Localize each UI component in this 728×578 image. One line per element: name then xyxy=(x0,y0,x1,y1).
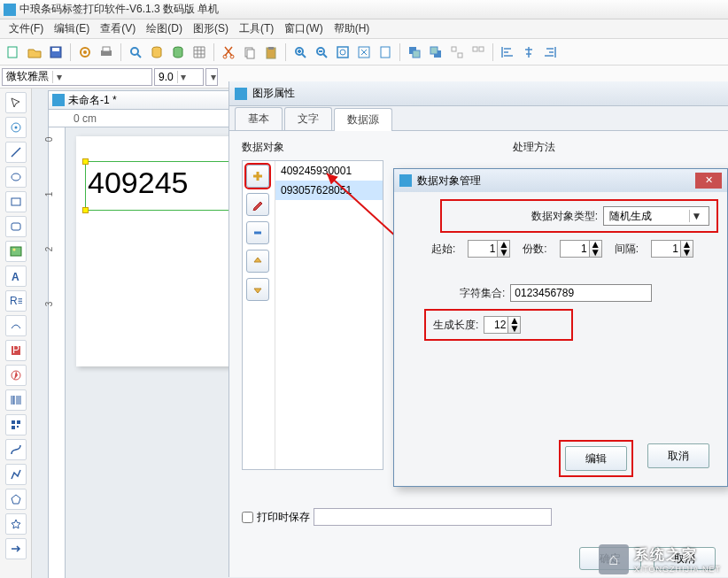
svg-rect-2 xyxy=(52,48,59,51)
ruler-unit: 0 cm xyxy=(74,112,97,125)
save-button[interactable] xyxy=(46,42,66,62)
open-button[interactable] xyxy=(25,42,44,62)
send-back-button[interactable] xyxy=(426,42,445,62)
group-button[interactable] xyxy=(447,42,467,62)
align-left-button[interactable] xyxy=(498,42,517,62)
zoom-actual-button[interactable] xyxy=(354,42,374,62)
copy-button[interactable] xyxy=(240,42,259,62)
svg-rect-29 xyxy=(479,47,484,51)
settings-button[interactable] xyxy=(75,42,95,62)
remove-data-button[interactable] xyxy=(246,221,269,244)
menu-window[interactable]: 窗口(W) xyxy=(279,19,328,38)
ellipse-tool[interactable] xyxy=(5,166,27,188)
star-tool[interactable] xyxy=(5,513,27,535)
charset-input[interactable] xyxy=(510,284,652,302)
count-input[interactable] xyxy=(560,240,590,258)
rect-tool[interactable] xyxy=(5,191,27,212)
interval-spinner[interactable]: ▲▼ xyxy=(651,240,693,258)
resize-handle[interactable] xyxy=(82,158,89,165)
start-spinner[interactable]: ▲▼ xyxy=(468,240,510,258)
ungroup-button[interactable] xyxy=(469,42,488,62)
properties-titlebar[interactable]: 图形属性 xyxy=(229,81,728,106)
menu-draw[interactable]: 绘图(D) xyxy=(141,19,188,38)
line-tool[interactable] xyxy=(5,142,27,163)
close-icon[interactable]: ✕ xyxy=(695,173,722,189)
zoom-fit-button[interactable] xyxy=(333,42,352,62)
panel-icon xyxy=(235,88,247,100)
dialog-edit-button[interactable]: 编辑 xyxy=(565,446,627,471)
length-spinner[interactable]: ▲▼ xyxy=(484,316,521,334)
image-tool[interactable] xyxy=(5,241,27,262)
menu-edit[interactable]: 编辑(E) xyxy=(49,19,95,38)
arrow-tool[interactable] xyxy=(5,538,27,559)
font-extra-dropdown[interactable]: ▾ xyxy=(205,68,218,86)
interval-input[interactable] xyxy=(651,240,681,258)
align-center-button[interactable] xyxy=(519,42,538,62)
roundrect-tool[interactable] xyxy=(5,216,27,237)
svg-rect-23 xyxy=(413,50,420,58)
bring-front-button[interactable] xyxy=(405,42,424,62)
cut-button[interactable] xyxy=(219,42,238,62)
print-save-row: 打印时保存 xyxy=(242,508,552,526)
zoom-page-button[interactable] xyxy=(376,42,395,62)
pdf-tool[interactable]: PDF xyxy=(5,340,27,361)
tab-datasource[interactable]: 数据源 xyxy=(334,108,392,131)
preview-button[interactable] xyxy=(126,42,145,62)
menu-file[interactable]: 文件(F) xyxy=(4,19,49,38)
grid-button[interactable] xyxy=(190,42,209,62)
database-button[interactable] xyxy=(147,42,167,62)
new-button[interactable] xyxy=(4,42,23,62)
type-label: 数据对象类型: xyxy=(531,209,598,224)
count-spinner[interactable]: ▲▼ xyxy=(560,240,602,258)
zoom-in-button[interactable] xyxy=(290,42,310,62)
resize-handle[interactable] xyxy=(82,207,89,213)
document-icon xyxy=(52,94,65,106)
svg-rect-35 xyxy=(11,247,21,256)
length-input[interactable] xyxy=(484,316,508,334)
menu-view[interactable]: 查看(V) xyxy=(95,19,141,38)
database-link-button[interactable] xyxy=(168,42,188,62)
font-name-combo[interactable]: 微软雅黑 ▾ xyxy=(2,68,152,86)
tab-text[interactable]: 文字 xyxy=(284,107,332,130)
start-input[interactable] xyxy=(468,240,498,258)
print-button[interactable] xyxy=(97,42,116,62)
tab-basic[interactable]: 基本 xyxy=(235,107,283,130)
type-combo[interactable]: 随机生成 ▼ xyxy=(603,206,709,226)
text-tool[interactable]: A xyxy=(5,266,27,287)
edit-data-button[interactable] xyxy=(246,193,269,216)
svg-text:A: A xyxy=(12,271,19,282)
add-data-button[interactable] xyxy=(246,165,269,188)
barcode-tool[interactable] xyxy=(5,389,27,411)
curvetext-tool[interactable] xyxy=(5,315,27,336)
menu-help[interactable]: 帮助(H) xyxy=(329,19,376,38)
process-method-label: 处理方法 xyxy=(513,140,716,155)
richtext-tool[interactable]: R≡ xyxy=(5,290,27,312)
font-size-combo[interactable]: 9.0 ▾ xyxy=(154,68,204,86)
print-save-checkbox[interactable] xyxy=(242,512,253,523)
move-up-button[interactable] xyxy=(246,250,269,273)
select-tool[interactable] xyxy=(5,92,27,113)
ruler-tick: 2 xyxy=(44,247,54,252)
svg-rect-33 xyxy=(12,198,20,205)
menu-shape[interactable]: 图形(S) xyxy=(188,19,234,38)
data-list-item[interactable]: 093057628051 xyxy=(275,181,383,200)
align-right-button[interactable] xyxy=(540,42,560,62)
pan-tool[interactable] xyxy=(5,117,27,138)
paste-button[interactable] xyxy=(261,42,281,62)
text-object-selected[interactable]: 409245 xyxy=(85,161,244,211)
dialog-titlebar[interactable]: 数据对象管理 ✕ xyxy=(394,169,727,192)
menu-tool[interactable]: 工具(T) xyxy=(234,19,279,38)
qrcode-tool[interactable] xyxy=(5,414,27,435)
move-down-button[interactable] xyxy=(246,278,269,301)
compass-tool[interactable] xyxy=(5,365,27,386)
print-save-path[interactable] xyxy=(314,508,552,526)
data-list-item[interactable]: 409245930001 xyxy=(275,161,383,181)
zoom-out-button[interactable] xyxy=(312,42,331,62)
watermark-url: XITONGZHIJIA.NET xyxy=(634,565,721,574)
curve-tool[interactable] xyxy=(5,439,27,460)
print-save-label: 打印时保存 xyxy=(257,510,310,525)
dialog-cancel-button[interactable]: 取消 xyxy=(647,443,709,468)
polyline-tool[interactable] xyxy=(5,464,27,485)
label-page[interactable]: 409245 xyxy=(76,136,253,366)
polygon-tool[interactable] xyxy=(5,489,27,510)
